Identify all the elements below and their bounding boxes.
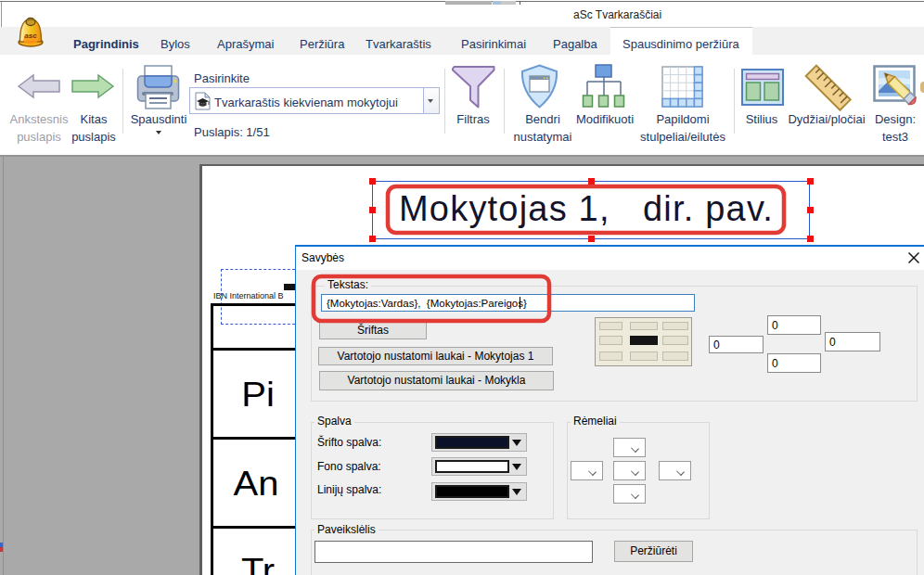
svg-text:asc: asc bbox=[24, 32, 37, 40]
